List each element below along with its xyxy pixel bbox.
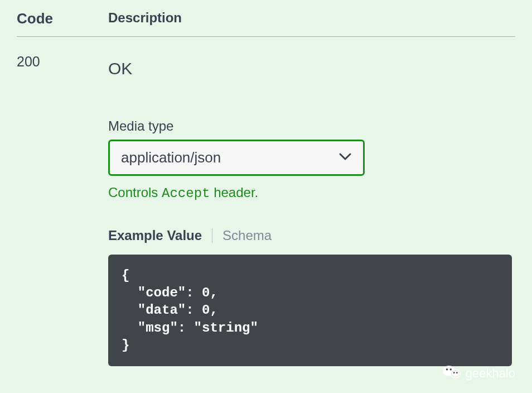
svg-point-7 — [456, 372, 458, 373]
header-description-column: Description — [108, 10, 182, 27]
controls-accept-hint: Controls Accept header. — [108, 185, 515, 201]
watermark: geekhalo — [442, 364, 515, 383]
svg-point-3 — [451, 370, 459, 377]
media-type-label: Media type — [108, 118, 515, 134]
response-table-header: Code Description — [17, 10, 515, 37]
tab-schema[interactable]: Schema — [223, 228, 272, 243]
watermark-label: geekhalo — [466, 366, 515, 381]
svg-point-5 — [449, 368, 451, 370]
svg-point-6 — [453, 372, 455, 373]
example-json: { "code": 0, "data": 0, "msg": "string" … — [122, 267, 499, 354]
tab-divider — [212, 228, 212, 243]
response-row: 200 OK Media type application/json Contr… — [17, 37, 515, 366]
example-tabs: Example Value Schema — [108, 228, 515, 243]
media-type-select[interactable]: application/json — [108, 140, 365, 176]
status-text: OK — [108, 59, 515, 78]
wechat-icon — [442, 364, 461, 383]
tab-example-value[interactable]: Example Value — [108, 228, 202, 243]
status-code: 200 — [17, 51, 108, 366]
svg-point-4 — [446, 368, 447, 370]
example-code-block: { "code": 0, "data": 0, "msg": "string" … — [108, 255, 512, 366]
header-code-column: Code — [17, 10, 108, 27]
